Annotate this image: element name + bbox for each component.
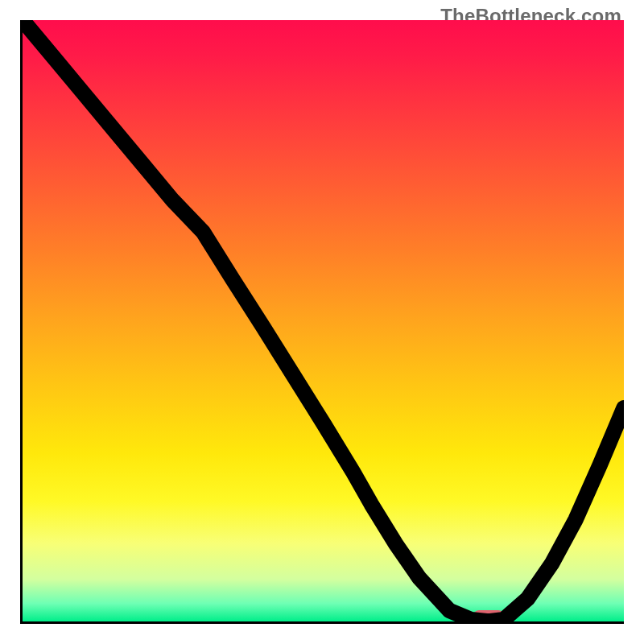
bottleneck-curve: [23, 20, 624, 621]
plot-area: [20, 20, 624, 624]
curve-svg: [23, 20, 624, 621]
chart-container: TheBottleneck.com: [0, 0, 644, 644]
